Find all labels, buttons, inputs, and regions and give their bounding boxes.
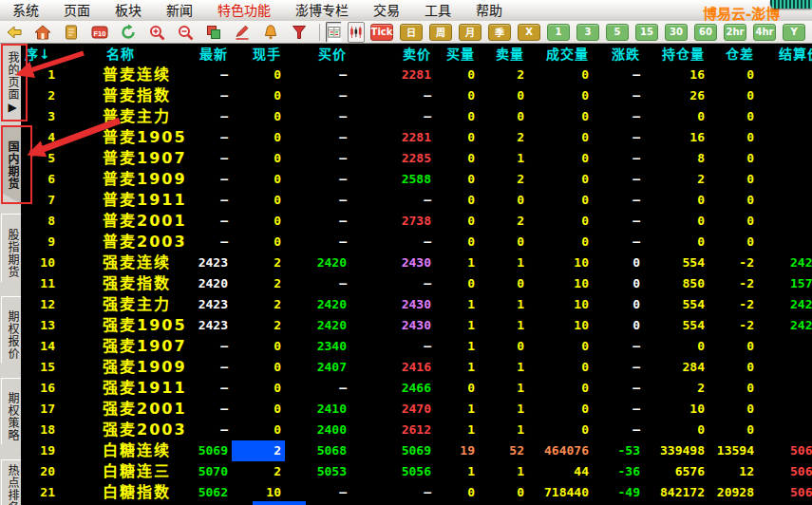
cell-r9-c5[interactable]: — (350, 232, 435, 252)
cell-r6-c8[interactable]: 0 (528, 169, 593, 190)
cell-r5-c6[interactable]: 0 (435, 148, 479, 169)
cell-r3-c2[interactable]: — (186, 106, 232, 127)
cell-r14-c12[interactable] (758, 336, 812, 357)
cell-r11-c3[interactable]: 2 (232, 273, 285, 294)
cell-r11-c9[interactable]: 0 (593, 273, 644, 294)
cell-r10-c7[interactable]: 1 (479, 252, 528, 273)
menu-4[interactable]: 特色功能 (205, 0, 283, 21)
cell-r12-c10[interactable]: 554 (644, 294, 708, 315)
cell-r15-c1[interactable]: 强麦1909 (59, 357, 186, 378)
cell-r13-c7[interactable]: 1 (479, 315, 528, 336)
cell-r17-c0[interactable]: 17 (21, 399, 59, 420)
cell-r21-c1[interactable]: 白糖指数 (59, 482, 186, 503)
cell-r8-c2[interactable]: — (186, 211, 232, 232)
cell-r1-c11[interactable]: 0 (708, 65, 758, 85)
cell-r5-c10[interactable]: 8 (644, 148, 708, 169)
cell-r16-c6[interactable]: 0 (435, 378, 479, 399)
period-button-Y[interactable]: Y (783, 24, 805, 41)
table-row-3[interactable]: 3普麦主力—0——000—00 (21, 106, 812, 127)
cell-r14-c6[interactable]: 1 (435, 336, 479, 357)
cell-r14-c5[interactable]: — (350, 336, 435, 357)
cell-r4-c3[interactable]: 0 (232, 127, 285, 148)
cell-r12-c8[interactable]: 10 (528, 294, 593, 315)
cell-r13-c8[interactable]: 10 (528, 315, 593, 336)
cell-r17-c4[interactable]: 2410 (285, 399, 350, 420)
cell-r13-c11[interactable]: -2 (708, 315, 758, 336)
cell-r15-c6[interactable]: 1 (435, 357, 479, 378)
cell-r9-c8[interactable]: 0 (528, 232, 593, 252)
column-header-9[interactable]: 涨跌 (593, 44, 644, 65)
cell-r7-c9[interactable]: — (593, 190, 644, 211)
cell-r1-c0[interactable]: 1 (21, 65, 59, 85)
cell-r12-c11[interactable]: -2 (708, 294, 758, 315)
cell-r20-c3[interactable]: 2 (232, 461, 285, 482)
cell-r15-c11[interactable]: 0 (708, 357, 758, 378)
cell-r13-c6[interactable]: 1 (435, 315, 479, 336)
menu-3[interactable]: 新闻 (154, 0, 205, 21)
cell-r10-c5[interactable]: 2430 (350, 252, 435, 273)
cell-r1-c1[interactable]: 普麦连续 (59, 65, 186, 85)
cell-r6-c2[interactable]: — (186, 169, 232, 190)
table-row-4[interactable]: 4普麦1905—0—2281020—160 (21, 127, 812, 148)
cell-r4-c10[interactable]: 16 (644, 127, 708, 148)
cell-r18-c7[interactable]: 1 (479, 420, 528, 440)
cell-r1-c2[interactable]: — (186, 65, 232, 85)
cell-r14-c9[interactable]: — (593, 336, 644, 357)
refresh-icon[interactable] (120, 24, 137, 41)
cell-r2-c2[interactable]: — (186, 85, 232, 106)
cell-r20-c6[interactable]: 1 (435, 461, 479, 482)
cell-r2-c4[interactable]: — (285, 85, 350, 106)
cell-r15-c2[interactable]: — (186, 357, 232, 378)
cell-r12-c0[interactable]: 12 (21, 294, 59, 315)
cell-r11-c1[interactable]: 强麦指数 (59, 273, 186, 294)
cell-r18-c4[interactable]: 2400 (285, 420, 350, 440)
cell-r15-c0[interactable]: 15 (21, 357, 59, 378)
cell-r9-c4[interactable]: — (285, 232, 350, 252)
cell-r13-c2[interactable]: 2423 (186, 315, 232, 336)
cell-r9-c7[interactable]: 0 (479, 232, 528, 252)
cell-r5-c4[interactable]: — (285, 148, 350, 169)
report-view-button[interactable] (326, 22, 343, 43)
cell-r16-c9[interactable]: — (593, 378, 644, 399)
cell-r2-c9[interactable]: — (593, 85, 644, 106)
cell-r19-c8[interactable]: 464076 (528, 440, 593, 461)
cell-r21-c7[interactable]: 0 (479, 482, 528, 503)
cell-r21-c5[interactable]: — (350, 482, 435, 503)
cell-r20-c4[interactable]: 5053 (285, 461, 350, 482)
cell-r3-c10[interactable]: 0 (644, 106, 708, 127)
cell-r11-c12[interactable]: 157 (758, 273, 812, 294)
cell-r7-c7[interactable]: 0 (479, 190, 528, 211)
table-row-10[interactable]: 10强麦连续242322420243011100554-2242 (21, 252, 812, 273)
cell-r21-c9[interactable]: -49 (593, 482, 644, 503)
cell-r10-c3[interactable]: 2 (232, 252, 285, 273)
cell-r14-c7[interactable]: 0 (479, 336, 528, 357)
cell-r20-c10[interactable]: 6576 (644, 461, 708, 482)
cell-r18-c5[interactable]: 2612 (350, 420, 435, 440)
cell-r13-c9[interactable]: 0 (593, 315, 644, 336)
cell-r9-c12[interactable] (758, 232, 812, 252)
table-row-7[interactable]: 7普麦1911—0——000—00 (21, 190, 812, 211)
cell-r6-c3[interactable]: 0 (232, 169, 285, 190)
cell-r14-c1[interactable]: 强麦1907 (59, 336, 186, 357)
period-button-周[interactable]: 周 (429, 24, 452, 41)
cell-r7-c6[interactable]: 0 (435, 190, 479, 211)
cell-r10-c8[interactable]: 10 (528, 252, 593, 273)
cell-r8-c4[interactable]: — (285, 211, 350, 232)
cell-r7-c10[interactable]: 0 (644, 190, 708, 211)
cell-r2-c10[interactable]: 26 (644, 85, 708, 106)
pencil-icon[interactable] (234, 24, 251, 41)
cell-r21-c12[interactable]: 506 (758, 482, 812, 503)
cell-r10-c0[interactable]: 10 (21, 252, 59, 273)
cell-r19-c0[interactable]: 19 (21, 440, 59, 461)
cell-r20-c1[interactable]: 白糖连三 (59, 461, 186, 482)
cell-r12-c4[interactable]: 2420 (285, 294, 350, 315)
cell-r12-c2[interactable]: 2423 (186, 294, 232, 315)
cell-r17-c8[interactable]: 0 (528, 399, 593, 420)
cell-r12-c12[interactable]: 242 (758, 294, 812, 315)
cell-r6-c4[interactable]: — (285, 169, 350, 190)
cell-r8-c1[interactable]: 普麦2001 (59, 211, 186, 232)
cell-r8-c10[interactable]: 0 (644, 211, 708, 232)
cell-r13-c12[interactable]: 242 (758, 315, 812, 336)
cell-r13-c0[interactable]: 13 (21, 315, 59, 336)
cell-r15-c3[interactable]: 0 (232, 357, 285, 378)
